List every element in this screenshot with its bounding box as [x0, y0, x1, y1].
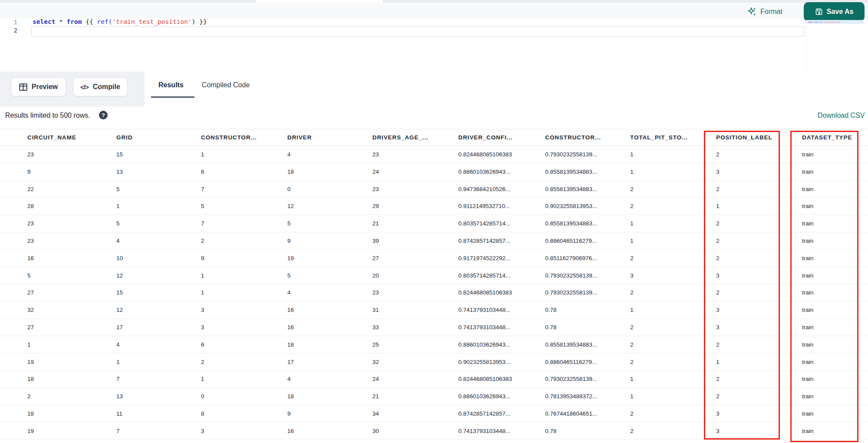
preview-button[interactable]: Preview [11, 77, 66, 96]
format-label: Format [760, 8, 783, 16]
table-cell: 1 [630, 307, 716, 313]
code-line-1[interactable]: select * from {{ ref('train_test_positio… [33, 18, 207, 25]
table-cell: 0 [201, 393, 287, 400]
download-csv-link[interactable]: Download CSV [818, 112, 865, 119]
table-cell: 0.8742857142857... [458, 238, 545, 244]
sparkles-icon [747, 7, 757, 17]
table-cell: 3 [201, 428, 287, 434]
tab-results[interactable]: Results [158, 81, 184, 89]
table-cell: 0.78 [545, 307, 630, 313]
table-cell: 2 [716, 341, 802, 348]
table-row: 18714240.8244680851063830.7930232558139.… [0, 371, 868, 388]
table-cell: 21 [372, 220, 458, 227]
compile-button[interactable]: </> Compile [73, 77, 128, 96]
table-cell: 2 [27, 393, 116, 400]
table-cell: 0.9023255813953... [458, 359, 545, 365]
table-cell: 19 [27, 359, 116, 365]
table-row: 191217320.9023255813953...0.886046511627… [0, 354, 868, 371]
table-cell: 0.9171974522292... [458, 255, 545, 261]
table-cell: 0.8558139534883... [545, 220, 630, 227]
table-cell: 4 [287, 151, 372, 158]
table-cell: 1 [630, 238, 716, 244]
table-cell: 16 [287, 324, 372, 331]
column-header[interactable]: GRID [116, 134, 201, 141]
table-cell: 7 [116, 376, 201, 382]
column-header[interactable]: DRIVER_CONFI... [458, 134, 545, 141]
table-row: 213018210.8860103626943...0.781395348837… [0, 388, 868, 405]
table-cell: 5 [116, 186, 201, 192]
table-cell: 27 [27, 289, 116, 296]
table-cell: 2 [716, 186, 802, 192]
column-header[interactable]: DRIVERS_AGE_... [372, 134, 458, 141]
help-icon[interactable]: ? [99, 111, 108, 119]
tab-compiled-code[interactable]: Compiled Code [202, 81, 250, 89]
table-row: 51215200.8035714285714...0.7930232558139… [0, 267, 868, 284]
table-cell: 12 [116, 307, 201, 313]
table-cell: 18 [287, 393, 372, 400]
table-cell: 10 [116, 255, 201, 261]
table-cell: 33 [372, 324, 458, 331]
column-header[interactable]: DATASET_TYPE [802, 134, 858, 141]
table-cell: 5 [27, 272, 116, 279]
table-cell: 4 [116, 341, 201, 348]
table-cell: 0.8511627906976... [545, 255, 630, 261]
table-row: 281512290.9112149532710...0.902325581395… [0, 198, 868, 215]
column-header[interactable]: CIRCUIT_NAME [27, 134, 116, 141]
table-cell: train [802, 324, 858, 331]
table-cell: 0.8558139534883... [545, 341, 630, 348]
column-header[interactable]: TOTAL_PIT_STO... [630, 134, 716, 141]
save-as-label: Save As [827, 8, 854, 16]
table-cell: 28 [27, 203, 116, 209]
table-cell: 1 [116, 359, 201, 365]
table-row: 23429390.8742857142857...0.8860465116279… [0, 232, 868, 250]
column-header[interactable]: DRIVER [287, 134, 372, 141]
table-cell: 0.7413793103448... [458, 324, 545, 331]
table-cell: 9 [201, 255, 287, 261]
table-cell: 0.7674418604651... [545, 410, 630, 417]
table-row: 271514230.8244680851063830.7930232558139… [0, 284, 868, 302]
table-cell: train [802, 151, 858, 158]
table-cell: 6 [201, 341, 287, 348]
results-table-body: 231514230.8244680851063830.7930232558139… [0, 146, 868, 440]
active-file-tab[interactable] [255, 0, 384, 3]
table-cell: 0.78 [545, 428, 630, 434]
table-cell: 4 [287, 289, 372, 296]
table-cell: 1 [716, 203, 802, 209]
table-cell: 15 [116, 289, 201, 296]
table-cell: 2 [630, 410, 716, 417]
table-cell: 0.8860103626943... [458, 393, 545, 400]
table-cell: 0.78 [545, 324, 630, 331]
table-row: 913618240.8860103626943...0.855813953488… [0, 163, 868, 181]
editor-topbar [0, 3, 868, 19]
table-cell: 2 [716, 393, 802, 400]
line-number-2: 2 [6, 27, 17, 34]
table-row: 2717316330.7413793103448...0.7823train [0, 319, 868, 336]
table-cell: train [802, 238, 858, 244]
table-cell: 13 [116, 393, 201, 400]
active-tab-underline [151, 96, 194, 98]
column-header[interactable]: POSITION_LABEL [716, 134, 802, 141]
column-header[interactable]: CONSTRUCTOR... [545, 134, 630, 141]
table-cell: 0.8860465116279... [545, 238, 630, 244]
table-cell: 23 [27, 151, 116, 158]
table-cell: 0.9112149532710... [458, 203, 545, 209]
table-cell: 7 [116, 428, 201, 434]
table-cell: 0.7930232558139... [545, 289, 630, 296]
table-cell: 1 [630, 169, 716, 175]
save-as-button[interactable]: Save As [804, 2, 865, 21]
table-cell: 8 [201, 410, 287, 417]
table-cell: 1 [630, 393, 716, 400]
line-number-1: 1 [6, 19, 17, 26]
table-cell: 1 [716, 359, 802, 365]
table-cell: 12 [287, 203, 372, 209]
table-cell: 25 [372, 341, 458, 348]
format-button[interactable]: Format [747, 5, 783, 18]
table-cell: 30 [372, 428, 458, 434]
table-cell: train [802, 289, 858, 296]
action-bar: Preview </> Compile Results Compiled Cod… [0, 72, 868, 106]
table-cell: 23 [372, 186, 458, 192]
table-cell: train [802, 393, 858, 400]
table-cell: 4 [116, 238, 201, 244]
column-header[interactable]: CONSTRUCTOR... [201, 134, 287, 141]
editor-minimap[interactable]: select * from {{ ref('train_test_positio… [806, 20, 864, 70]
